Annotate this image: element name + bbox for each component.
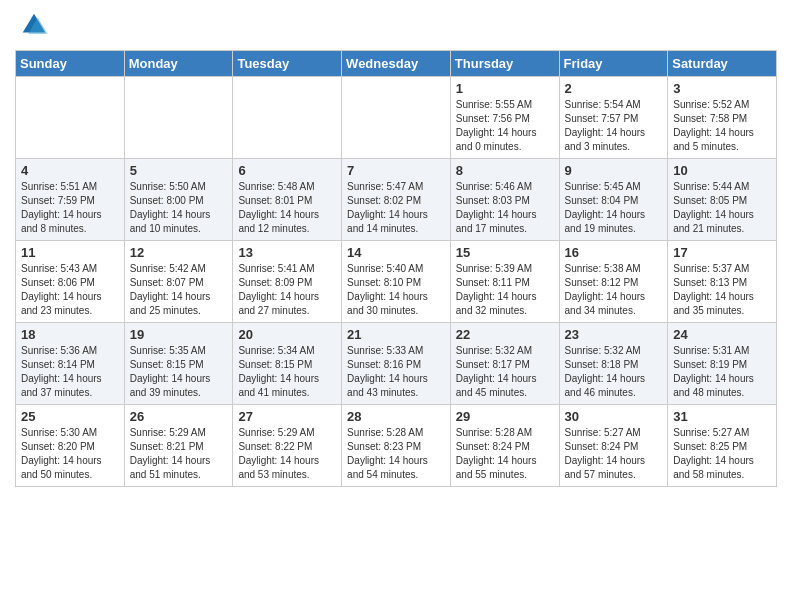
calendar-cell: 16Sunrise: 5:38 AM Sunset: 8:12 PM Dayli… [559,241,668,323]
calendar-cell [342,77,451,159]
day-number: 31 [673,409,771,424]
day-info: Sunrise: 5:36 AM Sunset: 8:14 PM Dayligh… [21,344,119,400]
weekday-header-thursday: Thursday [450,51,559,77]
day-number: 7 [347,163,445,178]
day-number: 11 [21,245,119,260]
weekday-header-row: SundayMondayTuesdayWednesdayThursdayFrid… [16,51,777,77]
day-info: Sunrise: 5:32 AM Sunset: 8:18 PM Dayligh… [565,344,663,400]
day-number: 24 [673,327,771,342]
calendar-cell: 21Sunrise: 5:33 AM Sunset: 8:16 PM Dayli… [342,323,451,405]
day-info: Sunrise: 5:39 AM Sunset: 8:11 PM Dayligh… [456,262,554,318]
day-info: Sunrise: 5:46 AM Sunset: 8:03 PM Dayligh… [456,180,554,236]
calendar-cell: 13Sunrise: 5:41 AM Sunset: 8:09 PM Dayli… [233,241,342,323]
day-info: Sunrise: 5:54 AM Sunset: 7:57 PM Dayligh… [565,98,663,154]
day-info: Sunrise: 5:41 AM Sunset: 8:09 PM Dayligh… [238,262,336,318]
calendar-week-3: 11Sunrise: 5:43 AM Sunset: 8:06 PM Dayli… [16,241,777,323]
calendar-cell: 20Sunrise: 5:34 AM Sunset: 8:15 PM Dayli… [233,323,342,405]
calendar-cell [233,77,342,159]
day-number: 25 [21,409,119,424]
day-info: Sunrise: 5:37 AM Sunset: 8:13 PM Dayligh… [673,262,771,318]
calendar-cell: 17Sunrise: 5:37 AM Sunset: 8:13 PM Dayli… [668,241,777,323]
day-info: Sunrise: 5:47 AM Sunset: 8:02 PM Dayligh… [347,180,445,236]
day-info: Sunrise: 5:52 AM Sunset: 7:58 PM Dayligh… [673,98,771,154]
calendar-cell: 22Sunrise: 5:32 AM Sunset: 8:17 PM Dayli… [450,323,559,405]
calendar-cell: 18Sunrise: 5:36 AM Sunset: 8:14 PM Dayli… [16,323,125,405]
day-number: 20 [238,327,336,342]
calendar-week-1: 1Sunrise: 5:55 AM Sunset: 7:56 PM Daylig… [16,77,777,159]
calendar-cell [124,77,233,159]
calendar-cell: 1Sunrise: 5:55 AM Sunset: 7:56 PM Daylig… [450,77,559,159]
day-number: 12 [130,245,228,260]
day-number: 4 [21,163,119,178]
weekday-header-monday: Monday [124,51,233,77]
calendar-cell: 10Sunrise: 5:44 AM Sunset: 8:05 PM Dayli… [668,159,777,241]
day-number: 2 [565,81,663,96]
weekday-header-saturday: Saturday [668,51,777,77]
day-number: 13 [238,245,336,260]
calendar-cell: 11Sunrise: 5:43 AM Sunset: 8:06 PM Dayli… [16,241,125,323]
day-number: 8 [456,163,554,178]
day-number: 9 [565,163,663,178]
calendar-cell: 7Sunrise: 5:47 AM Sunset: 8:02 PM Daylig… [342,159,451,241]
calendar-cell: 28Sunrise: 5:28 AM Sunset: 8:23 PM Dayli… [342,405,451,487]
calendar-cell: 31Sunrise: 5:27 AM Sunset: 8:25 PM Dayli… [668,405,777,487]
day-info: Sunrise: 5:42 AM Sunset: 8:07 PM Dayligh… [130,262,228,318]
calendar-cell: 23Sunrise: 5:32 AM Sunset: 8:18 PM Dayli… [559,323,668,405]
day-number: 18 [21,327,119,342]
calendar-cell: 8Sunrise: 5:46 AM Sunset: 8:03 PM Daylig… [450,159,559,241]
day-info: Sunrise: 5:48 AM Sunset: 8:01 PM Dayligh… [238,180,336,236]
calendar-cell: 12Sunrise: 5:42 AM Sunset: 8:07 PM Dayli… [124,241,233,323]
day-info: Sunrise: 5:44 AM Sunset: 8:05 PM Dayligh… [673,180,771,236]
day-number: 17 [673,245,771,260]
calendar-week-2: 4Sunrise: 5:51 AM Sunset: 7:59 PM Daylig… [16,159,777,241]
day-info: Sunrise: 5:45 AM Sunset: 8:04 PM Dayligh… [565,180,663,236]
calendar-body: 1Sunrise: 5:55 AM Sunset: 7:56 PM Daylig… [16,77,777,487]
day-info: Sunrise: 5:35 AM Sunset: 8:15 PM Dayligh… [130,344,228,400]
day-info: Sunrise: 5:34 AM Sunset: 8:15 PM Dayligh… [238,344,336,400]
calendar-cell: 14Sunrise: 5:40 AM Sunset: 8:10 PM Dayli… [342,241,451,323]
calendar-cell: 2Sunrise: 5:54 AM Sunset: 7:57 PM Daylig… [559,77,668,159]
weekday-header-friday: Friday [559,51,668,77]
day-number: 3 [673,81,771,96]
day-number: 14 [347,245,445,260]
calendar-cell: 4Sunrise: 5:51 AM Sunset: 7:59 PM Daylig… [16,159,125,241]
calendar-cell: 19Sunrise: 5:35 AM Sunset: 8:15 PM Dayli… [124,323,233,405]
calendar-week-4: 18Sunrise: 5:36 AM Sunset: 8:14 PM Dayli… [16,323,777,405]
day-number: 21 [347,327,445,342]
calendar-cell: 25Sunrise: 5:30 AM Sunset: 8:20 PM Dayli… [16,405,125,487]
calendar-cell: 26Sunrise: 5:29 AM Sunset: 8:21 PM Dayli… [124,405,233,487]
day-number: 29 [456,409,554,424]
day-info: Sunrise: 5:32 AM Sunset: 8:17 PM Dayligh… [456,344,554,400]
day-info: Sunrise: 5:29 AM Sunset: 8:22 PM Dayligh… [238,426,336,482]
day-info: Sunrise: 5:51 AM Sunset: 7:59 PM Dayligh… [21,180,119,236]
day-info: Sunrise: 5:28 AM Sunset: 8:24 PM Dayligh… [456,426,554,482]
day-number: 1 [456,81,554,96]
weekday-header-tuesday: Tuesday [233,51,342,77]
day-info: Sunrise: 5:43 AM Sunset: 8:06 PM Dayligh… [21,262,119,318]
calendar-cell [16,77,125,159]
logo [15,10,49,40]
day-info: Sunrise: 5:40 AM Sunset: 8:10 PM Dayligh… [347,262,445,318]
day-info: Sunrise: 5:38 AM Sunset: 8:12 PM Dayligh… [565,262,663,318]
day-info: Sunrise: 5:29 AM Sunset: 8:21 PM Dayligh… [130,426,228,482]
calendar-cell: 6Sunrise: 5:48 AM Sunset: 8:01 PM Daylig… [233,159,342,241]
day-info: Sunrise: 5:27 AM Sunset: 8:24 PM Dayligh… [565,426,663,482]
calendar-cell: 24Sunrise: 5:31 AM Sunset: 8:19 PM Dayli… [668,323,777,405]
calendar-cell: 15Sunrise: 5:39 AM Sunset: 8:11 PM Dayli… [450,241,559,323]
day-number: 19 [130,327,228,342]
logo-icon [19,10,49,40]
day-number: 5 [130,163,228,178]
day-number: 27 [238,409,336,424]
day-info: Sunrise: 5:31 AM Sunset: 8:19 PM Dayligh… [673,344,771,400]
day-info: Sunrise: 5:27 AM Sunset: 8:25 PM Dayligh… [673,426,771,482]
calendar-cell: 9Sunrise: 5:45 AM Sunset: 8:04 PM Daylig… [559,159,668,241]
day-info: Sunrise: 5:55 AM Sunset: 7:56 PM Dayligh… [456,98,554,154]
page-header [15,10,777,40]
calendar-header: SundayMondayTuesdayWednesdayThursdayFrid… [16,51,777,77]
calendar-cell: 29Sunrise: 5:28 AM Sunset: 8:24 PM Dayli… [450,405,559,487]
calendar-cell: 30Sunrise: 5:27 AM Sunset: 8:24 PM Dayli… [559,405,668,487]
weekday-header-wednesday: Wednesday [342,51,451,77]
calendar-cell: 5Sunrise: 5:50 AM Sunset: 8:00 PM Daylig… [124,159,233,241]
day-number: 10 [673,163,771,178]
day-number: 23 [565,327,663,342]
